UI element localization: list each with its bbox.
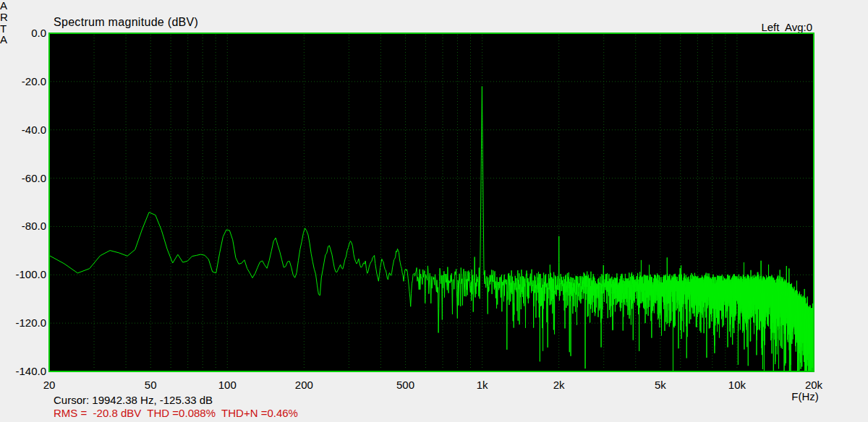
x-tick-label: 20 — [26, 379, 72, 391]
x-tick-label: 100 — [204, 379, 250, 391]
app-window: Spectrum magnitude (dBV) Left Avg:0 A R … — [0, 0, 868, 422]
x-tick-label: 20k — [791, 379, 837, 391]
y-tick-label: 0.0 — [0, 27, 46, 39]
y-tick-label: -80.0 — [0, 220, 46, 232]
x-tick-label: 50 — [127, 379, 174, 391]
x-tick-label: 5k — [637, 379, 684, 391]
y-tick-label: -40.0 — [0, 124, 46, 136]
y-tick-label: -100.0 — [0, 268, 46, 280]
x-tick-label: 1k — [459, 379, 506, 391]
y-tick-label: -20.0 — [0, 75, 46, 87]
spectrum-plot[interactable] — [0, 0, 868, 422]
frequency-axis-unit: F(Hz) — [783, 390, 827, 402]
x-tick-label: 2k — [536, 379, 582, 391]
y-tick-label: -60.0 — [0, 172, 46, 184]
y-tick-label: -140.0 — [0, 365, 46, 377]
y-tick-label: -120.0 — [0, 316, 46, 329]
x-tick-label: 500 — [383, 379, 429, 391]
plot-background — [49, 33, 814, 371]
cursor-readout: Cursor: 19942.38 Hz, -125.33 dB — [54, 394, 213, 406]
rms-thd-readout: RMS = -20.8 dBV THD =0.088% THD+N =0.46% — [54, 407, 298, 419]
x-tick-label: 10k — [714, 379, 760, 391]
x-tick-label: 200 — [281, 379, 327, 391]
